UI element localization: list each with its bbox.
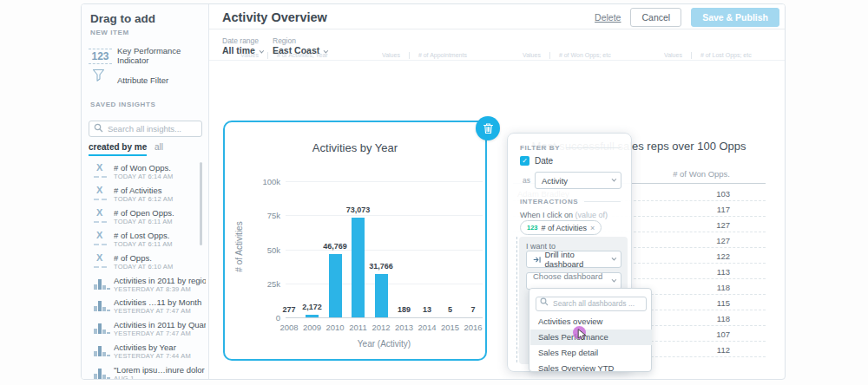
table-cell-value: 113 <box>635 267 730 277</box>
remove-tag-icon[interactable]: × <box>590 224 595 232</box>
bar-value-label: 7 <box>453 305 493 314</box>
filter-by-section-label: FILTER BY <box>520 144 621 152</box>
y-axis-tick-label: 100k <box>251 177 280 186</box>
dashboard-search <box>536 294 647 309</box>
dashboard-option[interactable]: Sales Overview YTD <box>530 361 652 376</box>
insight-timestamp: TODAY AT 6:12 AM <box>114 195 173 203</box>
mouse-cursor-icon <box>577 329 589 344</box>
kpi-insight-icon: X <box>94 164 111 179</box>
chart-gridline <box>286 317 483 318</box>
chart-bar[interactable] <box>306 315 319 317</box>
delete-link[interactable]: Delete <box>595 12 621 23</box>
chart-gridline <box>286 215 483 216</box>
insight-title: # of Won Opps. <box>114 163 206 173</box>
dashboard-option[interactable]: Sales Performance <box>530 330 652 345</box>
dashboard-option[interactable]: Activities oveview <box>530 314 652 330</box>
sidebar-title: Drag to add <box>90 12 155 25</box>
y-axis-tick-label: 0 <box>251 313 280 323</box>
attribute-select[interactable]: Activity <box>535 172 621 189</box>
app-window: Drag to add NEW ITEM 123 Key Performance… <box>81 3 786 380</box>
x-axis-tick-label: 2008 <box>278 323 300 332</box>
bar-chart-insight-icon <box>94 344 111 356</box>
insight-list-item[interactable]: Activities by YearYESTERDAY AT 7:44 AM <box>82 343 209 364</box>
bar-value-label: 46,769 <box>315 242 355 251</box>
bar-chart-insight-icon <box>94 299 111 311</box>
insight-timestamp: YESTERDAY AT 7:44 AM <box>114 352 191 360</box>
page-title: Activity Overview <box>222 10 327 24</box>
insight-timestamp: AUG 1 <box>114 375 135 380</box>
insight-timestamp: YESTERDAY AT 8:39 AM <box>114 285 191 293</box>
dashboard-dropdown-menu: Activities oveviewSales PerformanceSales… <box>529 288 652 372</box>
chevron-down-icon <box>612 177 617 182</box>
insight-title: # of Open Opps. <box>114 208 206 218</box>
table-cell-value: 122 <box>635 251 730 261</box>
insight-title: Activities by Year <box>114 343 206 352</box>
insight-timestamp: TODAY AT 6:10 AM <box>114 263 173 271</box>
x-axis-tick-label: 2009 <box>301 323 324 332</box>
insight-list-item[interactable]: X# of ActivitiesTODAY AT 6:12 AM <box>82 186 209 207</box>
choose-dashboard-select[interactable]: Choose dashboard ... <box>526 272 621 290</box>
kpi-item-label: Key Performance Indicator <box>117 46 209 65</box>
insight-title: # of Lost Opps. <box>114 231 206 240</box>
tree-connector <box>516 237 517 362</box>
action-select[interactable]: Drill into dashboard <box>526 251 621 268</box>
insight-title: # of Opps. <box>114 253 206 263</box>
x-axis-title: Year (Activity) <box>286 339 483 349</box>
kpi-insight-icon: X <box>94 232 111 246</box>
delete-widget-button[interactable] <box>476 116 500 140</box>
bar-value-label: 73,073 <box>339 206 378 214</box>
clipped-widget-fragment: Values# of Lost Opps; etc <box>664 52 752 60</box>
top-actions: Delete Cancel Save & Publish <box>595 4 779 29</box>
bar-chart-insight-icon <box>94 322 111 334</box>
kpi-123-icon: 123 <box>89 49 112 64</box>
bar-chart-insight-icon <box>94 367 111 379</box>
search-insights-input[interactable] <box>89 121 202 137</box>
drill-arrow-icon <box>533 256 541 264</box>
insight-list-item[interactable]: X# of Won Opps.TODAY AT 6:14 AM <box>82 163 209 185</box>
insight-title: "Lorem ipsu…inure dolor <box>114 365 206 375</box>
insight-list-item[interactable]: Activities in 2011 by QuarterYESTERDAY A… <box>82 320 209 342</box>
bar-chart-insight-icon <box>94 277 111 290</box>
date-filter-checkbox[interactable]: ✓ Date <box>520 156 553 166</box>
insight-list-item[interactable]: "Lorem ipsu…inure dolorAUG 1 <box>82 365 209 380</box>
divider <box>209 60 786 61</box>
top-bar: Activity Overview Delete Cancel Save & P… <box>209 4 786 29</box>
insight-list-item[interactable]: X# of Open Opps.TODAY AT 6:11 AM <box>82 208 209 230</box>
dashboard-option[interactable]: Sales Rep detail <box>530 345 652 361</box>
clipped-widget-fragment: Values# of Won Opps; etc <box>523 52 611 60</box>
funnel-icon <box>91 68 106 86</box>
x-axis-tick-label: 2010 <box>324 323 346 332</box>
insight-list-item[interactable]: X# of Lost Opps.TODAY AT 6:11 AM <box>82 231 209 252</box>
checkbox-checked-icon[interactable]: ✓ <box>520 156 529 166</box>
measure-tag[interactable]: 123 # of Activities × <box>520 220 602 235</box>
sidebar-item-attribute-filter[interactable]: Attribute Filter <box>82 69 209 91</box>
bar-value-label: 2,172 <box>293 303 332 311</box>
search-icon <box>540 297 549 306</box>
insights-search <box>89 120 202 136</box>
table-cell-value: 103 <box>635 189 730 199</box>
attribute-filter-label: Attribute Filter <box>117 75 168 85</box>
insight-list-item[interactable]: X# of Opps.TODAY AT 6:10 AM <box>82 253 209 275</box>
insight-list-item[interactable]: Activities …11 by MonthYESTERDAY AT 7:47… <box>82 297 209 319</box>
tab-created-by-me[interactable]: created by me <box>89 142 147 156</box>
tab-all[interactable]: all <box>155 142 163 152</box>
chart-gridline <box>286 181 483 182</box>
sidebar-scrollbar[interactable] <box>200 162 202 245</box>
sidebar-item-kpi[interactable]: 123 Key Performance Indicator <box>82 44 209 67</box>
insight-timestamp: YESTERDAY AT 7:47 AM <box>114 307 191 315</box>
interactions-section-label: INTERACTIONS <box>520 198 621 206</box>
new-item-section-label: NEW ITEM <box>90 29 203 36</box>
chart-widget-activities-by-year[interactable]: Activities by Year # of Activities Year … <box>223 121 487 361</box>
x-axis-tick-label: 2012 <box>370 323 392 332</box>
chart-bar[interactable] <box>329 254 342 317</box>
x-axis-tick-label: 2014 <box>416 323 438 332</box>
save-publish-button[interactable]: Save & Publish <box>691 8 779 27</box>
cancel-button[interactable]: Cancel <box>630 8 681 27</box>
clipped-widget-fragment: Values# of Appointments <box>382 52 467 60</box>
clipped-widget-fragment: Values# of Activities; Year <box>240 52 328 60</box>
insight-list-item[interactable]: Activities in 2011 by regionYESTERDAY AT… <box>82 276 209 297</box>
insights-list: X# of Won Opps.TODAY AT 6:14 AMX# of Act… <box>82 159 209 380</box>
search-dashboards-input[interactable] <box>536 297 647 311</box>
y-axis-tick-label: 50k <box>251 245 280 255</box>
insight-timestamp: TODAY AT 6:11 AM <box>114 218 173 225</box>
